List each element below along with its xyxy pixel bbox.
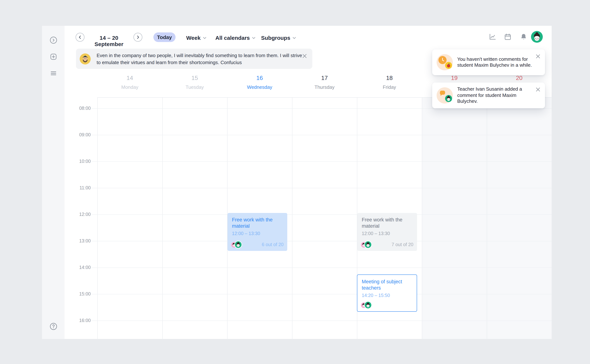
user-avatar[interactable]	[531, 31, 543, 43]
event-free-work-friday[interactable]: Free work with the material 12:00 – 13:3…	[357, 213, 417, 251]
comment-bubble-icon	[437, 87, 453, 104]
close-notification-icon[interactable]	[535, 54, 541, 59]
day-header-wednesday[interactable]: 16 Wednesday	[238, 74, 282, 90]
time-label: 15:00	[69, 290, 91, 298]
event-free-work-wednesday[interactable]: Free work with the material 12:00 – 13:3…	[227, 213, 287, 251]
previous-week-button[interactable]	[76, 33, 85, 42]
notification-text: Teacher Ivan Susanin added a comment for…	[457, 86, 534, 105]
notification-teacher-comment[interactable]: Teacher Ivan Susanin added a comment for…	[432, 83, 545, 108]
grid-line-vertical	[97, 97, 98, 339]
grid-line-hour	[92, 135, 552, 135]
time-label: 11:00	[69, 184, 91, 192]
expand-sidebar-icon[interactable]	[49, 36, 58, 44]
chevron-down-icon	[203, 35, 206, 41]
close-quote-icon[interactable]	[302, 53, 307, 58]
time-label: 10:00	[69, 158, 91, 165]
time-label: 16:00	[69, 317, 91, 324]
event-participants	[361, 241, 371, 248]
event-meeting-subject-teachers[interactable]: Meeting of subject teachers 14:20 – 15:5…	[357, 274, 417, 312]
next-week-button[interactable]	[133, 33, 142, 42]
chevron-down-icon	[252, 35, 256, 41]
day-header-thursday[interactable]: 17 Thursday	[302, 74, 347, 90]
reminder-clock-icon	[437, 54, 453, 70]
calendars-dropdown-label: All calendars	[215, 35, 250, 41]
date-range-label: 14 – 20 September	[85, 35, 133, 47]
grid-line-hour	[92, 320, 552, 321]
event-participants	[231, 241, 242, 248]
attendance-count: 6 out of 20	[262, 242, 284, 247]
grid-line-hour	[92, 188, 552, 188]
view-dropdown-label: Week	[186, 35, 201, 41]
analytics-icon[interactable]	[489, 33, 497, 41]
notification-missing-comments[interactable]: You haven't written comments for student…	[432, 49, 545, 75]
grid-line-hour	[92, 214, 552, 215]
time-label: 13:00	[69, 237, 91, 245]
help-icon[interactable]	[49, 322, 58, 331]
quote-text: Even in the company of two people, I wil…	[97, 52, 305, 66]
grid-line-vertical	[162, 97, 163, 339]
close-notification-icon[interactable]	[535, 87, 541, 92]
teacher-avatar-badge	[445, 95, 452, 102]
teacher-avatar-green	[365, 302, 371, 308]
apple-badge-icon	[445, 62, 452, 69]
quote-banner: Even in the company of two people, I wil…	[76, 49, 312, 69]
time-label: 12:00	[69, 211, 91, 218]
add-event-icon[interactable]	[49, 53, 58, 61]
teacher-avatar-green	[235, 241, 242, 248]
grid-line-hour	[92, 294, 552, 294]
notifications-bell-icon[interactable]	[520, 33, 528, 41]
time-label: 08:00	[69, 105, 91, 112]
calendars-dropdown[interactable]: All calendars	[215, 35, 256, 41]
grid-line-hour	[92, 161, 552, 162]
view-dropdown[interactable]: Week	[186, 35, 206, 41]
time-label: 14:00	[69, 264, 91, 271]
grid-line-vertical	[422, 97, 422, 339]
day-header-tuesday[interactable]: 15 Tuesday	[172, 74, 217, 90]
grid-line-vertical	[487, 97, 487, 339]
today-button[interactable]: Today	[153, 32, 176, 42]
subgroups-dropdown[interactable]: Subgroups	[261, 35, 296, 41]
subgroups-dropdown-label: Subgroups	[261, 35, 290, 41]
grid-line-hour	[92, 267, 552, 268]
event-participants	[361, 302, 371, 308]
teacher-avatar-green	[365, 241, 371, 248]
day-header-monday[interactable]: 14 Monday	[108, 74, 152, 90]
attendance-count: 7 out of 20	[392, 242, 413, 247]
time-label: 09:00	[69, 131, 91, 138]
confucius-avatar	[80, 53, 91, 65]
day-header-friday[interactable]: 18 Friday	[367, 74, 411, 90]
chevron-down-icon	[292, 35, 296, 41]
grid-line-vertical	[292, 97, 292, 339]
calendar-icon[interactable]	[504, 33, 512, 41]
screen: 14 – 20 September Today Week All calenda…	[0, 0, 590, 364]
grid-line-hour	[92, 241, 552, 241]
sidebar	[42, 26, 65, 339]
notification-text: You haven't written comments for student…	[457, 56, 534, 68]
menu-icon[interactable]	[49, 69, 58, 77]
grid-line-hour	[92, 108, 552, 109]
